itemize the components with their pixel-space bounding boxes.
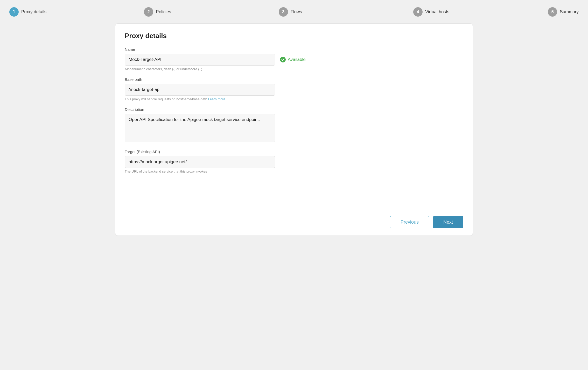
name-field-group: Name Available Alphanumeric characters, … bbox=[125, 47, 463, 71]
step-label-1: Proxy details bbox=[21, 9, 46, 15]
step-label-4: Virtual hosts bbox=[425, 9, 449, 15]
description-textarea[interactable]: OpenAPI Specification for the Apigee moc… bbox=[125, 114, 275, 142]
step-circle-1: 1 bbox=[9, 7, 19, 17]
step-circle-5: 5 bbox=[548, 7, 557, 17]
previous-button[interactable]: Previous bbox=[390, 216, 429, 228]
description-label: Description bbox=[125, 107, 463, 112]
main-card: Proxy details Name Available Alphanumeri… bbox=[115, 23, 473, 236]
base-path-input[interactable] bbox=[125, 84, 275, 96]
page-title: Proxy details bbox=[125, 32, 463, 40]
connector-4-5 bbox=[481, 12, 546, 12]
name-field-row: Available bbox=[125, 54, 463, 66]
learn-more-link[interactable]: Learn more bbox=[208, 97, 225, 101]
step-5[interactable]: 5 Summary bbox=[548, 7, 579, 17]
base-path-label: Base path bbox=[125, 77, 463, 82]
name-input[interactable] bbox=[125, 54, 275, 66]
step-label-3: Flows bbox=[291, 9, 302, 15]
check-circle-icon bbox=[280, 56, 286, 63]
step-circle-4: 4 bbox=[413, 7, 423, 17]
step-label-2: Policies bbox=[156, 9, 171, 15]
target-label: Target (Existing API) bbox=[125, 150, 463, 154]
connector-2-3 bbox=[211, 12, 277, 12]
step-circle-2: 2 bbox=[144, 7, 153, 17]
description-field-group: Description OpenAPI Specification for th… bbox=[125, 107, 463, 143]
svg-point-0 bbox=[280, 57, 286, 62]
next-button[interactable]: Next bbox=[433, 216, 463, 228]
target-field-group: Target (Existing API) The URL of the bac… bbox=[125, 150, 463, 173]
target-hint: The URL of the backend service that this… bbox=[125, 169, 463, 173]
available-label: Available bbox=[288, 57, 306, 62]
base-path-field-group: Base path This proxy will handle request… bbox=[125, 77, 463, 101]
step-4[interactable]: 4 Virtual hosts bbox=[413, 7, 479, 17]
step-label-5: Summary bbox=[560, 9, 579, 15]
name-hint: Alphanumeric characters, dash (-) or und… bbox=[125, 67, 463, 71]
stepper: 1 Proxy details 2 Policies 3 Flows 4 Vir… bbox=[4, 4, 584, 20]
step-circle-3: 3 bbox=[279, 7, 288, 17]
connector-3-4 bbox=[346, 12, 411, 12]
connector-1-2 bbox=[77, 12, 142, 12]
button-row: Previous Next bbox=[390, 216, 463, 228]
base-path-hint: This proxy will handle requests on hostn… bbox=[125, 97, 463, 101]
name-label: Name bbox=[125, 47, 463, 52]
step-1[interactable]: 1 Proxy details bbox=[9, 7, 75, 17]
step-2[interactable]: 2 Policies bbox=[144, 7, 209, 17]
available-badge: Available bbox=[280, 56, 306, 63]
target-input[interactable] bbox=[125, 156, 275, 168]
step-3[interactable]: 3 Flows bbox=[279, 7, 344, 17]
